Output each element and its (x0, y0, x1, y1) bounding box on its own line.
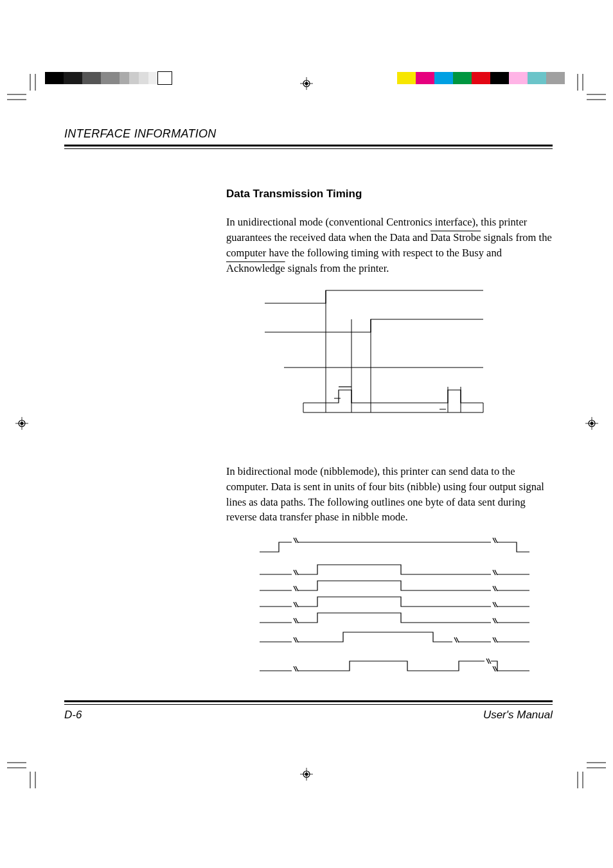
page-content: INTERFACE INFORMATION Data Transmission … (64, 127, 553, 680)
page-number: D-6 (64, 709, 82, 722)
body-column: Data Transmission Timing In unidirection… (226, 188, 554, 680)
crop-mark-icon (575, 757, 606, 788)
crop-mark-icon (7, 757, 38, 788)
header-rule-thick (64, 145, 553, 146)
timing-diagram-unidirectional (265, 284, 554, 425)
subheading: Data Transmission Timing (226, 188, 554, 200)
page-footer: D-6 User's Manual (64, 700, 553, 722)
registration-mark-icon (300, 768, 313, 781)
registration-mark-icon (15, 417, 28, 430)
crop-mark-icon (575, 74, 606, 105)
paragraph: In unidirectional mode (conventional Cen… (226, 215, 554, 276)
overline-text: Data Strobe (431, 231, 481, 244)
registration-mark-icon (585, 417, 598, 430)
header-rule-thin (64, 148, 553, 149)
registration-mark-icon (300, 77, 313, 90)
grayscale-color-bar (45, 72, 172, 84)
footer-rule-thick (64, 700, 553, 702)
crop-mark-icon (7, 74, 38, 105)
timing-diagram-bidirectional (240, 533, 554, 680)
paragraph: In bidirectional mode (nibblemode), this… (226, 464, 554, 526)
section-header: INTERFACE INFORMATION (64, 127, 553, 141)
footer-rule-thin (64, 704, 553, 705)
overline-text: Acknowledge (226, 262, 285, 274)
document-title: User's Manual (483, 709, 553, 722)
text: signals from the printer. (285, 262, 389, 274)
color-bar (397, 72, 565, 84)
